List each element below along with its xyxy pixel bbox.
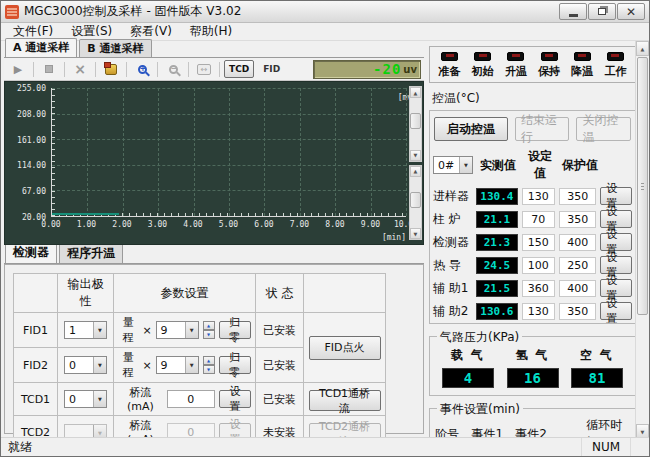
led-ready: [441, 52, 458, 61]
fid-toggle-button[interactable]: FID: [255, 64, 288, 74]
set-button-injector[interactable]: 设置: [600, 187, 632, 205]
set-button-detector[interactable]: 设置: [600, 233, 632, 251]
grid-line: [335, 88, 336, 216]
scroll-thumb[interactable]: [410, 113, 421, 129]
protect-value-field[interactable]: 350: [559, 303, 596, 320]
scroll-up-icon[interactable]: ▲: [410, 87, 421, 98]
grid-line: [264, 88, 265, 216]
led-working: [607, 52, 624, 61]
x-axis-unit: [min]: [382, 233, 406, 242]
scroll-up-icon[interactable]: ▲: [636, 41, 649, 56]
tab-channel-b[interactable]: B 通道采样: [79, 39, 151, 57]
set-value-field[interactable]: 130: [522, 188, 555, 205]
bridge-input-tcd1[interactable]: 0: [167, 390, 215, 408]
zoom-in-button[interactable]: +: [131, 60, 153, 79]
stop-button[interactable]: [38, 60, 60, 79]
play-icon: ▶: [14, 63, 22, 76]
set-button-aux1[interactable]: 设置: [600, 279, 632, 297]
led-label-ready: 准备: [439, 64, 461, 79]
x-tick-label: 5.00: [219, 220, 238, 229]
led-label-cooling: 降温: [571, 64, 593, 79]
chevron-down-icon: ▼: [185, 322, 198, 338]
range-select-fid2[interactable]: 9▼: [156, 356, 199, 374]
detector-header-status: 状 态: [256, 274, 304, 313]
start-button[interactable]: ▶: [7, 60, 29, 79]
zone-select[interactable]: 0#▼: [433, 156, 473, 174]
app-window: MGC3000控制及采样 - 固件版本 V3.02 ✕ 文件(F) 设置(S) …: [0, 0, 650, 457]
scroll-down-icon[interactable]: ▼: [410, 228, 421, 239]
scroll-thumb[interactable]: [410, 192, 421, 208]
x-axis-labels: 0.001.002.003.004.005.006.007.008.009.00…: [51, 220, 406, 231]
temp-row-column-oven: 柱 炉 21.1 70 350 设置: [433, 210, 632, 228]
scroll-thumb[interactable]: [637, 57, 648, 315]
detector-tabs: 检测器 程序升温: [4, 247, 424, 264]
window-title: MGC3000控制及采样 - 固件版本 V3.02: [24, 3, 241, 20]
protect-value-field[interactable]: 400: [559, 234, 596, 251]
detector-name: TCD1: [14, 383, 58, 416]
grid-line: [194, 88, 195, 216]
zoom-out-button[interactable]: −: [162, 60, 184, 79]
temp-table-header: 0#▼ 实测值 设定值 保护值: [433, 148, 632, 182]
set-value-field[interactable]: 150: [522, 234, 555, 251]
start-temp-button[interactable]: 启动控温: [434, 117, 508, 141]
led-label-working: 工作: [604, 64, 626, 79]
scroll-track[interactable]: [410, 177, 421, 229]
fid-ignite-button[interactable]: FID点火: [309, 336, 381, 360]
set-value-field[interactable]: 70: [522, 211, 555, 228]
polarity-select-fid2[interactable]: 0▼: [64, 356, 107, 374]
temp-row-tcd: 热 导 24.5 100 250 设置: [433, 256, 632, 274]
bridge-label: 桥流(mA): [118, 385, 163, 413]
scroll-up-icon[interactable]: ▲: [410, 166, 421, 177]
scroll-down-icon[interactable]: ▼: [410, 150, 421, 161]
scroll-track[interactable]: [410, 98, 421, 150]
actual-value-lcd: 130.4: [476, 188, 517, 205]
events-title: 事件设置(min): [437, 401, 523, 418]
chart-scrollbar-top[interactable]: ▲ ▼: [409, 86, 422, 162]
set-button-aux2[interactable]: 设置: [600, 302, 632, 320]
channel-tabs: A 通道采样 B 通道采样: [4, 41, 424, 58]
close-button[interactable]: ✕: [617, 3, 645, 20]
export-icon: [105, 64, 117, 75]
restore-button[interactable]: [588, 3, 616, 20]
set-button-tcd[interactable]: 设置: [600, 256, 632, 274]
bridge-set-button-tcd1[interactable]: 设置: [219, 390, 251, 408]
tab-channel-a[interactable]: A 通道采样: [5, 38, 77, 57]
toolbar-separator: [64, 62, 65, 77]
end-run-button: 结束运行: [515, 117, 570, 141]
grid-line: [406, 88, 407, 216]
zero-button-fid2[interactable]: 归零: [219, 356, 251, 374]
menu-help[interactable]: 帮助(H): [181, 22, 241, 41]
protect-value-field[interactable]: 350: [559, 188, 596, 205]
temp-control-panel: 启动控温 结束运行 关闭控温 0#▼ 实测值 设定值 保护值 进样器 130.4…: [429, 110, 636, 324]
x-tick-label: 9.00: [361, 220, 380, 229]
set-value-field[interactable]: 360: [522, 280, 555, 297]
set-value-field[interactable]: 130: [522, 303, 555, 320]
protect-value-field[interactable]: 350: [559, 211, 596, 228]
delete-button[interactable]: ×: [69, 60, 91, 79]
protect-value-field[interactable]: 400: [559, 280, 596, 297]
tab-detector[interactable]: 检测器: [5, 242, 57, 263]
zero-button-fid1[interactable]: 归零: [219, 321, 251, 339]
right-panel-scrollbar[interactable]: ▲ ▼: [635, 41, 649, 439]
tab-program-temp[interactable]: 程序升温: [59, 243, 123, 263]
detector-header-polarity: 输出极性: [58, 274, 114, 313]
export-button[interactable]: [100, 60, 122, 79]
tcd-toggle-button[interactable]: TCD: [224, 60, 254, 78]
close-temp-button: 关闭控温: [576, 117, 631, 141]
chevron-down-icon: ▼: [93, 391, 106, 407]
range-stepper-fid2[interactable]: ▲▼: [203, 356, 215, 374]
range-stepper-fid1[interactable]: ▲▼: [203, 321, 215, 339]
range-select-fid1[interactable]: 9▼: [156, 321, 199, 339]
detector-row-tcd1: TCD1 0▼ 桥流(mA) 0 设置 已安装 TCD1通桥流: [14, 383, 386, 416]
set-button-column-oven[interactable]: 设置: [600, 210, 632, 228]
protect-value-field[interactable]: 250: [559, 257, 596, 274]
set-value-field[interactable]: 100: [522, 257, 555, 274]
chart-scrollbar-bottom[interactable]: ▲ ▼: [409, 165, 422, 241]
tcd1-bridge-button[interactable]: TCD1通桥流: [309, 390, 381, 411]
fit-button[interactable]: ↔: [193, 60, 215, 79]
minimize-button[interactable]: [559, 3, 587, 20]
polarity-select-tcd1[interactable]: 0▼: [64, 390, 107, 408]
header-protect: 保护值: [561, 157, 599, 174]
detector-header-blank: [14, 274, 58, 313]
polarity-select-fid1[interactable]: 1▼: [64, 321, 107, 339]
